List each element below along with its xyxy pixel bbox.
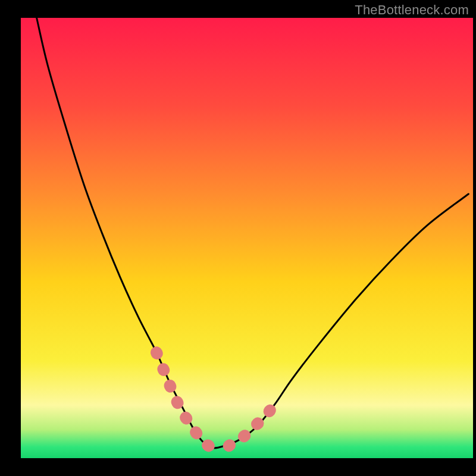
plot-background: [21, 18, 473, 458]
watermark-text: TheBottleneck.com: [355, 2, 469, 18]
chart-svg: [0, 0, 476, 476]
chart-frame: TheBottleneck.com: [0, 0, 476, 476]
